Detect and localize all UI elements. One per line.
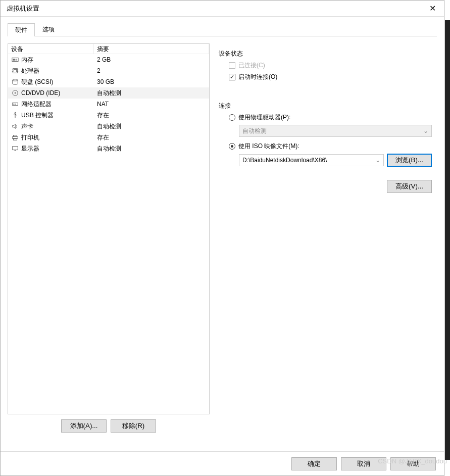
svg-rect-1 [13, 59, 14, 61]
device-summary: 自动检测 [94, 89, 209, 98]
advanced-row: 高级(V)... [219, 180, 432, 193]
device-summary: 自动检测 [94, 145, 209, 153]
svg-rect-5 [14, 69, 16, 72]
device-name: 硬盘 (SCSI) [21, 78, 53, 86]
dialog-title: 虚拟机设置 [7, 4, 39, 13]
device-row-sound[interactable]: 声卡 自动检测 [8, 121, 209, 132]
device-summary: 30 GB [94, 78, 209, 85]
connection-legend: 连接 [219, 102, 432, 110]
disk-icon [11, 78, 19, 86]
iso-path-input[interactable]: D:\BaiduNetdiskDownload\X86\ ⌄ [239, 154, 384, 166]
svg-point-12 [15, 92, 16, 94]
device-name: 网络适配器 [21, 100, 52, 109]
svg-point-16 [15, 112, 16, 113]
svg-rect-20 [13, 147, 18, 150]
device-name: 声卡 [21, 122, 33, 131]
tab-hardware[interactable]: 硬件 [8, 23, 35, 36]
right-panel: 设备状态 已连接(C) 启动时连接(O) 连接 使用物理驱动器(P): [217, 43, 437, 433]
physical-drive-radio[interactable] [229, 114, 235, 121]
iso-file-radio[interactable] [229, 143, 235, 150]
help-button[interactable]: 帮助 [390, 457, 436, 470]
chevron-down-icon: ⌄ [423, 127, 428, 134]
connect-poweron-checkbox[interactable] [229, 74, 235, 80]
iso-path-value: D:\BaiduNetdiskDownload\X86\ [242, 157, 327, 164]
connected-checkbox-row: 已连接(C) [229, 61, 432, 70]
connect-poweron-label: 启动时连接(O) [238, 73, 277, 81]
background-strip [445, 20, 450, 460]
browse-button[interactable]: 浏览(B)... [387, 154, 432, 167]
device-summary: NAT [94, 101, 209, 108]
device-row-printer[interactable]: 打印机 存在 [8, 132, 209, 143]
memory-icon [11, 56, 19, 64]
device-row-cd[interactable]: CD/DVD (IDE) 自动检测 [8, 87, 209, 99]
device-summary: 存在 [94, 133, 209, 142]
device-row-usb[interactable]: USB 控制器 存在 [8, 110, 209, 121]
remove-button[interactable]: 移除(R) [111, 419, 156, 433]
device-list-buttons: 添加(A)... 移除(R) [8, 419, 210, 433]
device-row-network[interactable]: 网络适配器 NAT [8, 99, 209, 110]
device-name: 显示器 [21, 145, 39, 153]
device-summary: 自动检测 [94, 122, 209, 131]
svg-rect-3 [16, 59, 17, 61]
device-summary: 2 GB [94, 56, 209, 63]
device-name: USB 控制器 [21, 111, 54, 120]
physical-drive-label: 使用物理驱动器(P): [238, 113, 290, 122]
device-name: 打印机 [21, 133, 39, 142]
cpu-icon [11, 67, 19, 75]
iso-file-label: 使用 ISO 映像文件(M): [238, 142, 299, 151]
device-list-header: 设备 摘要 [8, 44, 209, 54]
device-name: 处理器 [21, 67, 39, 75]
device-row-cpu[interactable]: 处理器 2 [8, 65, 209, 76]
tab-strip: 硬件 选项 [8, 23, 437, 36]
auto-detect-option: 自动检测 [242, 127, 267, 135]
ok-button[interactable]: 确定 [291, 457, 337, 470]
cancel-button[interactable]: 取消 [341, 457, 386, 470]
physical-drive-select: 自动检测 ⌄ [239, 125, 432, 137]
connect-poweron-row[interactable]: 启动时连接(O) [229, 73, 432, 81]
connection-group: 连接 使用物理驱动器(P): 自动检测 ⌄ 使用 ISO 映像文件(M): [219, 98, 432, 173]
cd-icon [11, 89, 19, 97]
device-name: 内存 [21, 56, 33, 64]
advanced-button[interactable]: 高级(V)... [387, 180, 432, 193]
close-icon: ✕ [429, 4, 436, 13]
device-status-group: 设备状态 已连接(C) 启动时连接(O) [219, 45, 432, 90]
svg-rect-18 [14, 135, 17, 137]
chevron-down-icon: ⌄ [375, 157, 380, 164]
network-icon [11, 100, 19, 108]
device-name: CD/DVD (IDE) [21, 89, 60, 97]
tab-options[interactable]: 选项 [35, 23, 62, 36]
device-row-disk[interactable]: 硬盘 (SCSI) 30 GB [8, 76, 209, 87]
svg-rect-15 [15, 104, 16, 105]
iso-file-row[interactable]: 使用 ISO 映像文件(M): [229, 142, 432, 151]
header-device: 设备 [8, 44, 94, 54]
tabs-container: 硬件 选项 [1, 17, 444, 36]
status-legend: 设备状态 [219, 50, 432, 58]
device-summary: 2 [94, 67, 209, 74]
svg-rect-14 [14, 104, 15, 105]
content-area: 设备 摘要 内存 2 GB 处理器 2 硬盘 (SCSI) 30 GB CD/D… [1, 36, 444, 440]
device-row-display[interactable]: 显示器 自动检测 [8, 143, 209, 154]
device-summary: 存在 [94, 111, 209, 120]
printer-icon [11, 133, 19, 141]
sound-icon [11, 122, 19, 130]
device-list: 设备 摘要 内存 2 GB 处理器 2 硬盘 (SCSI) 30 GB CD/D… [8, 43, 210, 414]
physical-drive-row[interactable]: 使用物理驱动器(P): [229, 113, 432, 122]
usb-icon [11, 111, 19, 119]
connected-label: 已连接(C) [238, 61, 265, 70]
connected-checkbox [229, 62, 235, 69]
titlebar: 虚拟机设置 ✕ [1, 1, 444, 17]
add-button[interactable]: 添加(A)... [61, 419, 107, 433]
vm-settings-dialog: 虚拟机设置 ✕ 硬件 选项 设备 摘要 内存 2 GB 处理器 [0, 0, 444, 476]
close-button[interactable]: ✕ [421, 1, 444, 17]
display-icon [11, 145, 19, 153]
dialog-buttons: 确定 取消 帮助 [1, 451, 444, 475]
left-panel: 设备 摘要 内存 2 GB 处理器 2 硬盘 (SCSI) 30 GB CD/D… [8, 43, 210, 433]
svg-point-10 [13, 79, 18, 81]
header-summary: 摘要 [94, 44, 209, 54]
svg-rect-2 [14, 59, 15, 61]
device-row-memory[interactable]: 内存 2 GB [8, 54, 209, 65]
